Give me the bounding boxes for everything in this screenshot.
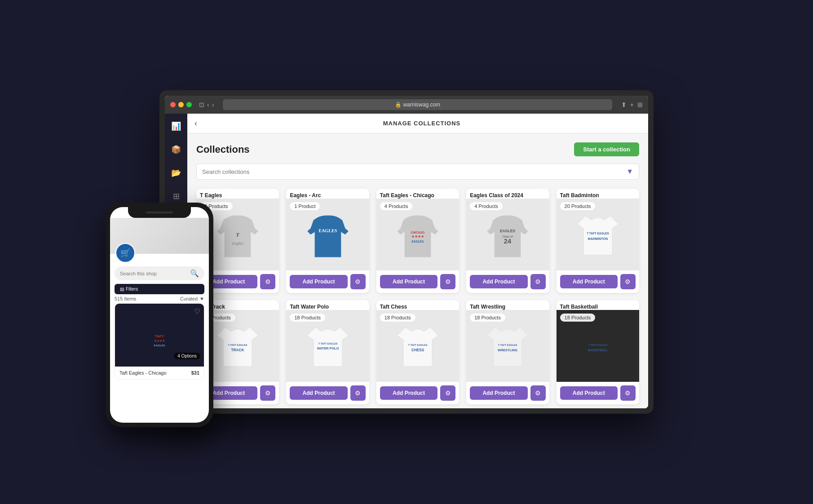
svg-text:BADMINTON: BADMINTON [588,237,608,241]
collection-card-eagles-arc: Eagles - Arc 1 Product EAGLES Add Produc… [286,189,369,293]
settings-button[interactable]: ⚙ [530,385,546,401]
card-actions: Add Product ⚙ [286,270,369,293]
grid-view-icon[interactable]: ⊞ [637,101,643,108]
filter-icon: ▤ [120,287,124,292]
avatar: 🛒 [115,243,135,263]
sidebar-item-folder[interactable]: 📂 [169,166,183,180]
settings-button[interactable]: ⚙ [440,274,455,289]
settings-button[interactable]: ⚙ [530,274,546,289]
product-badge: 18 Products [470,314,505,322]
add-product-button[interactable]: Add Product [560,275,618,288]
svg-text:T TAFT EAGLES: T TAFT EAGLES [587,232,609,235]
sidebar-item-grid[interactable]: ⊞ [169,189,183,203]
svg-text:EAGLES: EAGLES [412,240,424,243]
sidebar-toggle-icon[interactable]: ⊡ [199,101,204,108]
sidebar-item-chart[interactable]: 📊 [169,119,183,133]
add-product-button[interactable]: Add Product [470,386,527,400]
curated-select[interactable]: Curated ▼ [180,296,204,301]
card-image-area: 4 Products CHICAGO ★★★★ EAGLES [376,199,459,270]
add-product-button[interactable]: Add Product [290,386,347,400]
collection-card-eagles-2024: Eagles Class of 2024 4 Products EAGLES C… [466,189,549,293]
svg-text:24: 24 [504,238,512,245]
phone-filters-button[interactable]: ▤ Filters [115,284,204,294]
svg-text:T TAFT EAGLES: T TAFT EAGLES [228,344,247,346]
maximize-button[interactable] [186,102,192,107]
product-badge: 4 Products [470,202,503,210]
svg-text:EAGLES: EAGLES [318,228,337,233]
top-nav: ‹ MANAGE COLLECTIONS [187,114,648,133]
settings-button[interactable]: ⚙ [260,385,275,401]
card-image-area: 18 Products T TAFT EAGLES WATER POLO [286,310,369,382]
card-image-area: 18 Products T TAFT EAGLES BASKETBALL [557,310,639,382]
phone-search-icon: 🔍 [190,269,199,278]
collection-title: Taft Badminton [557,189,639,199]
phone-product-info: Taft Eagles - Chicago $31 [115,367,204,379]
settings-button[interactable]: ⚙ [350,385,366,401]
card-actions: Add Product ⚙ [557,382,639,404]
svg-text:Eagles: Eagles [232,242,243,246]
laptop-screen: ⊡ ‹ › 🔒 warniswag.com ⬆ + ⊞ 📊 📦 📂 ⊞ [165,96,648,408]
product-badge: 4 Products [380,202,413,210]
settings-button[interactable]: ⚙ [260,274,275,289]
items-count: 515 Items [115,296,136,301]
svg-text:★★★★: ★★★★ [154,339,165,342]
chevron-down-icon: ▼ [199,296,204,301]
svg-text:T TAFT EAGLES: T TAFT EAGLES [588,344,607,346]
back-icon[interactable]: ‹ [207,101,209,108]
phone-screen: 🛒 🔍 ▤ Filters 515 Items Curated ▼ [110,207,209,423]
svg-text:CHESS: CHESS [411,348,424,352]
product-badge: 20 Products [560,202,596,210]
options-badge: 4 Options [174,353,200,359]
card-actions: Add Product ⚙ [557,270,639,293]
svg-text:CHICAGO: CHICAGO [411,231,424,234]
close-button[interactable] [170,102,176,107]
card-actions: Add Product ⚙ [376,270,459,293]
card-image-area: 18 Products T TAFT EAGLES WRESTLING [466,310,549,382]
address-bar[interactable]: 🔒 warniswag.com [223,99,612,110]
add-product-button[interactable]: Add Product [470,275,527,288]
add-product-button[interactable]: Add Product [380,275,437,288]
add-product-button[interactable]: Add Product [560,386,618,400]
add-product-button[interactable]: Add Product [290,275,347,288]
settings-button[interactable]: ⚙ [350,274,366,289]
back-button[interactable]: ‹ [194,119,197,128]
phone-shell: 🛒 🔍 ▤ Filters 515 Items Curated ▼ [106,203,213,427]
card-actions: Add Product ⚙ [466,382,549,404]
forward-icon[interactable]: › [212,101,214,108]
collection-title: Taft Wrestling [466,300,549,310]
svg-text:T: T [236,232,240,238]
traffic-lights [170,102,192,107]
favorite-icon[interactable]: ♡ [194,307,200,316]
browser-bar: ⊡ ‹ › 🔒 warniswag.com ⬆ + ⊞ [165,96,648,114]
product-price: $31 [191,370,199,376]
card-image-area: 4 Products EAGLES Class of 24 [466,199,549,270]
browser-controls: ⊡ ‹ › [199,101,214,108]
svg-text:T TAFT EAGLES: T TAFT EAGLES [408,344,428,346]
new-tab-icon[interactable]: + [630,101,634,108]
phone-search-input[interactable] [120,271,187,276]
svg-text:T TAFT EAGLES: T TAFT EAGLES [318,342,337,345]
product-name: Taft Eagles - Chicago [119,370,167,376]
card-actions: Add Product ⚙ [286,382,369,404]
share-icon[interactable]: ⬆ [621,101,627,108]
collection-title: T Eagles [196,189,279,199]
svg-text:EAGLES: EAGLES [500,229,515,233]
settings-button[interactable]: ⚙ [620,274,636,289]
svg-text:★★★★: ★★★★ [411,234,424,239]
sidebar-item-box[interactable]: 📦 [169,142,183,157]
svg-text:EAGLES: EAGLES [154,344,165,347]
filter-icon[interactable]: ▼ [626,168,633,176]
minimize-button[interactable] [178,102,184,107]
app-layout: 📊 📦 📂 ⊞ 💲 ‹ MANAGE COLLECTIONS Collectio… [165,114,648,408]
product-badge: 1 Product [290,202,320,210]
collection-card-taft-basketball: Taft Basketball 18 Products T TAFT EAGLE… [557,300,639,404]
start-collection-button[interactable]: Start a collection [574,142,639,156]
settings-button[interactable]: ⚙ [620,385,636,401]
add-product-button[interactable]: Add Product [380,386,437,400]
collection-title: Eagles Class of 2024 [466,189,549,199]
product-badge: 18 Products [380,314,415,322]
collections-title: Collections [196,144,250,155]
main-content: ‹ MANAGE COLLECTIONS Collections Start a… [187,114,648,408]
settings-button[interactable]: ⚙ [440,385,455,401]
search-input[interactable] [202,168,626,175]
